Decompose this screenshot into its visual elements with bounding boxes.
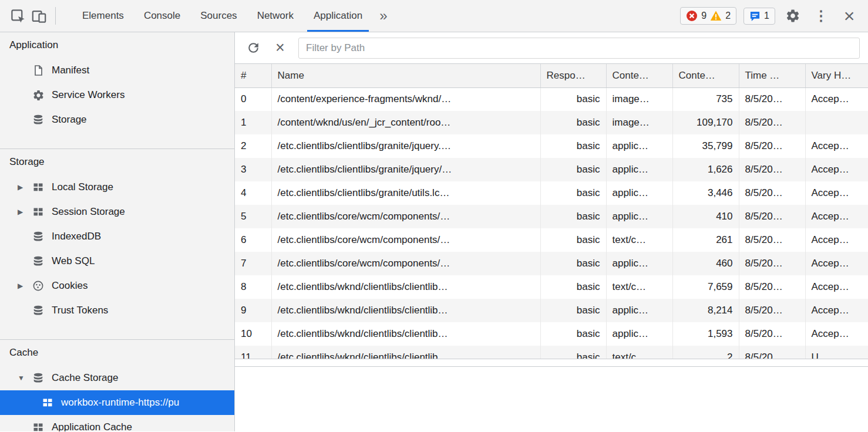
refresh-icon[interactable] [244,39,262,57]
cell-index: 0 [235,87,271,111]
cell-response-type: basic [540,252,606,275]
cell-name: /content/wknd/us/en/_jcr_content/roo… [271,111,540,134]
table-row[interactable]: 9/etc.clientlibs/wknd/clientlibs/clientl… [235,299,868,322]
sidebar-item-indexeddb[interactable]: IndexedDB [0,224,234,249]
cell-content-length: 35,799 [672,134,739,158]
sidebar-item-label: Session Storage [52,206,125,218]
cell-content-length: 1,593 [672,322,739,346]
issues-badge[interactable]: 1 [743,8,775,25]
column-header-vary-header[interactable]: Vary H… [805,64,868,87]
cell-vary-header: Accep… [805,228,868,252]
cell-time-cached: 8/5/20… [739,252,805,275]
splitter[interactable] [235,359,868,366]
column-header-time-cached[interactable]: Time … [739,64,805,87]
sidebar-item-cache-storage[interactable]: ▼Cache Storage [0,366,234,390]
sidebar-item-workbox-runtime-https-pu[interactable]: workbox-runtime-https://pu [0,390,234,415]
cell-time-cached: 8/5/20… [739,134,805,158]
triangle-expanded-icon[interactable]: ▼ [18,374,32,382]
table-row[interactable]: 3/etc.clientlibs/clientlibs/granite/jque… [235,158,868,181]
cell-response-type: basic [540,158,606,181]
cell-content-type: image… [606,87,672,111]
cell-response-type: basic [540,205,606,228]
cookie-icon [32,279,45,292]
filter-by-path-input[interactable] [298,38,860,59]
database-icon [32,304,45,317]
tab-console[interactable]: Console [134,0,190,32]
issues-count: 1 [764,11,769,21]
sidebar-item-label: Web SQL [52,255,95,267]
database-icon [32,372,45,384]
table-body: 0/content/experience-fragments/wknd/…bas… [235,87,868,359]
triangle-collapsed-icon[interactable]: ▶ [18,208,32,216]
tab-network[interactable]: Network [247,0,304,32]
cell-vary-header: Accep… [805,252,868,275]
cell-content-length: 410 [672,205,739,228]
triangle-collapsed-icon[interactable]: ▶ [18,282,32,290]
cell-vary-header: Accep… [805,181,868,205]
settings-gear-icon[interactable] [782,5,803,26]
table-row[interactable]: 6/etc.clientlibs/core/wcm/components/…ba… [235,228,868,252]
tab-sources[interactable]: Sources [190,0,247,32]
tab-application[interactable]: Application [304,0,372,32]
database-icon [32,255,45,268]
tab-label: Elements [82,10,124,22]
table-row[interactable]: 8/etc.clientlibs/wknd/clientlibs/clientl… [235,275,868,299]
table-icon [41,396,54,409]
column-header-content-length[interactable]: Conte… [672,64,739,87]
overflow-menu-icon[interactable]: ⋮ [810,5,832,26]
cell-index: 10 [235,322,271,346]
cell-index: 3 [235,158,271,181]
sidebar-item-trust-tokens[interactable]: Trust Tokens [0,298,234,323]
column-header-response-type[interactable]: Respo… [540,64,606,87]
database-icon [32,230,45,243]
table-row[interactable]: 1/content/wknd/us/en/_jcr_content/roo…ba… [235,111,868,134]
cell-name: /etc.clientlibs/clientlibs/granite/jquer… [271,134,540,158]
cell-content-type: applic… [606,134,672,158]
errors-warnings-badge[interactable]: 9 2 [680,7,736,25]
more-tabs-chevron-icon[interactable]: » [372,8,394,24]
column-header-index[interactable]: # [235,64,271,87]
cache-entries-table-wrap[interactable]: #NameRespo…Conte…Conte…Time …Vary H… 0/c… [235,64,868,359]
cell-name: /etc.clientlibs/core/wcm/components/… [271,252,540,275]
tab-elements[interactable]: Elements [72,0,134,32]
cell-vary-header: Accep… [805,158,868,181]
sidebar-item-web-sql[interactable]: Web SQL [0,249,234,274]
triangle-collapsed-icon[interactable]: ▶ [18,183,32,191]
sidebar-item-manifest[interactable]: Manifest [0,58,234,83]
table-row[interactable]: 11/etc.clientlibs/wknd/clientlibs/client… [235,346,868,359]
table-row[interactable]: 4/etc.clientlibs/clientlibs/granite/util… [235,181,868,205]
sidebar-item-session-storage[interactable]: ▶Session Storage [0,200,234,224]
column-header-name[interactable]: Name [271,64,540,87]
sidebar-item-service-workers[interactable]: Service Workers [0,83,234,107]
cell-time-cached: 8/5/20… [739,228,805,252]
cell-content-type: applic… [606,181,672,205]
cell-index: 8 [235,275,271,299]
close-devtools-icon[interactable]: × [839,5,860,26]
table-header-row: #NameRespo…Conte…Conte…Time …Vary H… [235,64,868,87]
sidebar-item-cookies[interactable]: ▶Cookies [0,274,234,298]
table-row[interactable]: 10/etc.clientlibs/wknd/clientlibs/client… [235,322,868,346]
tab-label: Network [257,10,294,22]
table-row[interactable]: 7/etc.clientlibs/core/wcm/components/…ba… [235,252,868,275]
cell-name: /etc.clientlibs/wknd/clientlibs/clientli… [271,275,540,299]
cell-content-length: 261 [672,228,739,252]
cell-index: 5 [235,205,271,228]
column-header-content-type[interactable]: Conte… [606,64,672,87]
sidebar-item-local-storage[interactable]: ▶Local Storage [0,175,234,200]
sidebar-item-storage[interactable]: Storage [0,107,234,132]
cell-index: 6 [235,228,271,252]
table-row[interactable]: 2/etc.clientlibs/clientlibs/granite/jque… [235,134,868,158]
toolbar-divider [55,7,56,25]
inspect-element-icon[interactable] [7,5,28,26]
delete-selected-icon[interactable]: × [271,39,289,57]
cell-name: /etc.clientlibs/clientlibs/granite/utils… [271,181,540,205]
warning-icon [710,10,722,22]
table-row[interactable]: 5/etc.clientlibs/core/wcm/components/…ba… [235,205,868,228]
cell-name: /etc.clientlibs/core/wcm/components/… [271,205,540,228]
device-toolbar-icon[interactable] [28,5,49,26]
sidebar-item-application-cache[interactable]: Application Cache [0,415,234,431]
cell-name: /etc.clientlibs/wknd/clientlibs/clientli… [271,322,540,346]
cell-vary-header: Accep… [805,87,868,111]
cell-content-type: text/c… [606,228,672,252]
table-row[interactable]: 0/content/experience-fragments/wknd/…bas… [235,87,868,111]
